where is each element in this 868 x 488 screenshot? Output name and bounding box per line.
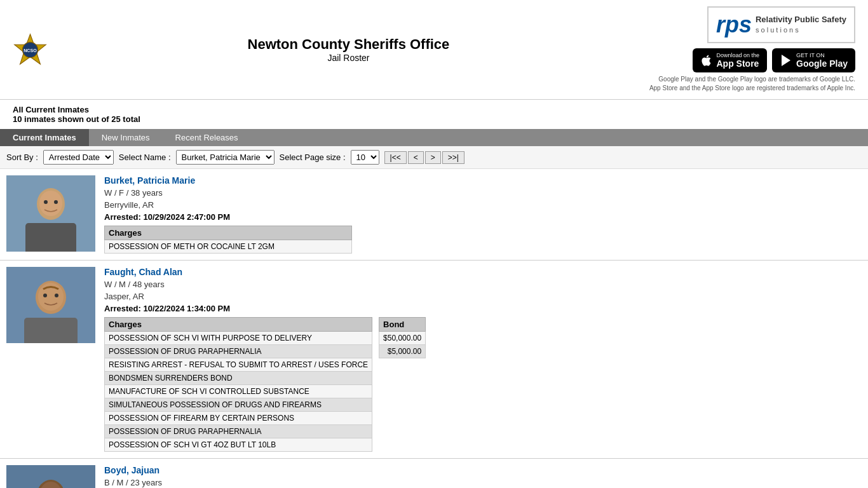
inmate-photo [6, 175, 95, 252]
google-play-text: GET IT ON Google Play [796, 52, 848, 69]
table-row: POSSESSION OF DRUG PARAPHERNALIA [105, 425, 372, 438]
bond-amount: $50,000.00 [379, 332, 426, 345]
charges-table: Charges POSSESSION OF SCH VI WITH PURPOS… [104, 317, 372, 452]
svg-point-15 [55, 294, 58, 297]
select-page-size-select[interactable]: 10 [351, 150, 379, 165]
charge-item: POSSESSION OF METH OR COCAINE LT 2GM [105, 240, 352, 254]
charge-item: POSSESSION OF SCH VI GT 4OZ BUT LT 10LB [105, 438, 372, 452]
charge-item: RESISTING ARREST - REFUSAL TO SUBMIT TO … [105, 358, 372, 372]
sort-by-select[interactable]: Arrested Date [43, 150, 114, 165]
table-row: POSSESSION OF SCH VI WITH PURPOSE TO DEL… [105, 332, 372, 345]
arrested-date: 10/22/2024 1:34:00 PM [143, 304, 230, 313]
rps-tagline: Relativity Public Safety s o l u t i o n… [756, 15, 846, 34]
rps-letters: rps [716, 11, 752, 38]
inmate-arrested: Arrested: 10/22/2024 1:34:00 PM [104, 304, 862, 313]
rps-line1: Relativity Public Safety [756, 15, 846, 25]
charges-table: Charges POSSESSION OF METH OR COCAINE LT… [104, 226, 352, 254]
arrested-label: Arrested: [104, 212, 141, 222]
charges-bond-wrapper: Charges POSSESSION OF SCH VI WITH PURPOS… [104, 317, 862, 452]
charge-item: BONDSMEN SURRENDERS BOND [105, 372, 372, 385]
bond-header: Bond [379, 318, 426, 332]
inmate-details: Burket, Patricia Marie W / F / 38 years … [104, 175, 862, 254]
charge-item: POSSESSION OF DRUG PARAPHERNALIA [105, 345, 372, 358]
rps-logo: rps Relativity Public Safety s o l u t i… [707, 6, 855, 43]
table-row: SIMULTANEOUS POSSESSION OF DRUGS AND FIR… [105, 398, 372, 412]
google-play-label-large: Google Play [796, 58, 848, 69]
select-page-size-label: Select Page size : [280, 152, 346, 162]
table-row: MANUFACTURE OF SCH VI CONTROLLED SUBSTAN… [105, 385, 372, 398]
google-play-icon [780, 54, 792, 67]
header-title-area: Newton County Sheriffs Office Jail Roste… [248, 36, 450, 63]
controls-bar: Sort By : Arrested Date Select Name : Bu… [0, 146, 868, 169]
svg-text:NCSO: NCSO [24, 48, 37, 53]
table-row: POSSESSION OF FIREARM BY CERTAIN PERSONS [105, 412, 372, 425]
svg-point-9 [54, 200, 58, 204]
sort-by-label: Sort By : [6, 152, 38, 162]
charge-item: POSSESSION OF SCH VI WITH PURPOSE TO DEL… [105, 332, 372, 345]
apple-icon [700, 54, 713, 67]
pagination-last[interactable]: >>| [442, 151, 465, 164]
svg-point-7 [39, 191, 62, 216]
badge-area: NCSO [13, 32, 48, 67]
inmate-photo [6, 267, 95, 343]
app-store-button[interactable]: Download on the App Store [693, 48, 768, 72]
table-row: Faught, Chad Alan W / M / 48 years Jaspe… [0, 261, 868, 459]
charges-header: Charges [105, 226, 352, 240]
inmate-photo [6, 465, 95, 488]
table-row: POSSESSION OF SCH VI GT 4OZ BUT LT 10LB [105, 438, 372, 452]
nav-tabs: Current Inmates New Inmates Recent Relea… [0, 129, 868, 146]
inmate-arrested: Arrested: 10/29/2024 2:47:00 PM [104, 212, 862, 222]
table-row: RESISTING ARREST - REFUSAL TO SUBMIT TO … [105, 358, 372, 372]
inmate-photo-3 [6, 465, 95, 488]
table-row: Boyd, Jajuan B / M / 23 years , Arrested… [0, 459, 868, 488]
inmates-list: Burket, Patricia Marie W / F / 38 years … [0, 169, 868, 488]
select-name-label: Select Name : [119, 152, 171, 162]
tab-recent-releases[interactable]: Recent Releases [163, 129, 251, 146]
inmate-name: Burket, Patricia Marie [104, 175, 862, 186]
select-name-select[interactable]: Burket, Patricia Marie [176, 150, 275, 165]
header-right-area: rps Relativity Public Safety s o l u t i… [649, 6, 855, 93]
app-store-label-small: Download on the [717, 52, 760, 58]
svg-rect-12 [24, 318, 78, 343]
table-row: Burket, Patricia Marie W / F / 38 years … [0, 169, 868, 261]
inmate-photo-1 [6, 175, 95, 252]
inmate-demographics: W / F / 38 years [104, 188, 862, 198]
charge-item: POSSESSION OF DRUG PARAPHERNALIA [105, 425, 372, 438]
app-store-text: Download on the App Store [717, 52, 760, 69]
inmate-demographics: B / M / 23 years [104, 478, 862, 487]
table-row: POSSESSION OF DRUG PARAPHERNALIA [105, 345, 372, 358]
table-row: POSSESSION OF METH OR COCAINE LT 2GM [105, 240, 352, 254]
pagination-first[interactable]: |<< [384, 151, 407, 164]
subheader: All Current Inmates 10 inmates shown out… [0, 100, 868, 129]
table-row: $50,000.00 [379, 332, 426, 345]
inmate-photo-2 [6, 267, 95, 343]
svg-point-8 [44, 200, 48, 204]
rps-line2: s o l u t i o n s [756, 25, 846, 34]
app-store-label-large: App Store [717, 58, 760, 69]
bond-amount: $5,000.00 [379, 345, 426, 358]
table-row: $5,000.00 [379, 345, 426, 358]
charges-bond-wrapper: Charges POSSESSION OF METH OR COCAINE LT… [104, 226, 862, 254]
inmate-details: Boyd, Jajuan B / M / 23 years , Arrested… [104, 465, 862, 488]
inmates-label-line2: 10 inmates shown out of 25 total [13, 114, 855, 124]
google-play-button[interactable]: GET IT ON Google Play [772, 48, 855, 72]
google-play-label-small: GET IT ON [796, 52, 848, 58]
inmates-label-line1: All Current Inmates [13, 105, 855, 114]
charge-item: MANUFACTURE OF SCH VI CONTROLLED SUBSTAN… [105, 385, 372, 398]
charge-item: SIMULTANEOUS POSSESSION OF DRUGS AND FIR… [105, 398, 372, 412]
inmate-location: Berryville, AR [104, 200, 862, 210]
pagination: |<< < > >>| [384, 151, 465, 164]
inmate-name: Faught, Chad Alan [104, 267, 862, 277]
pagination-next[interactable]: > [425, 151, 441, 164]
pagination-prev[interactable]: < [408, 151, 424, 164]
arrested-date: 10/29/2024 2:47:00 PM [143, 212, 230, 222]
bond-table: Bond $50,000.00 $5,000.00 [379, 317, 426, 358]
tab-new-inmates[interactable]: New Inmates [89, 129, 163, 146]
inmate-location: Jasper, AR [104, 292, 862, 301]
svg-rect-6 [25, 223, 76, 252]
app-disclaimer: Google Play and the Google Play logo are… [649, 75, 855, 93]
charges-header: Charges [105, 318, 372, 332]
table-row: BONDSMEN SURRENDERS BOND [105, 372, 372, 385]
tab-current-inmates[interactable]: Current Inmates [0, 129, 89, 146]
inmate-details: Faught, Chad Alan W / M / 48 years Jaspe… [104, 267, 862, 452]
